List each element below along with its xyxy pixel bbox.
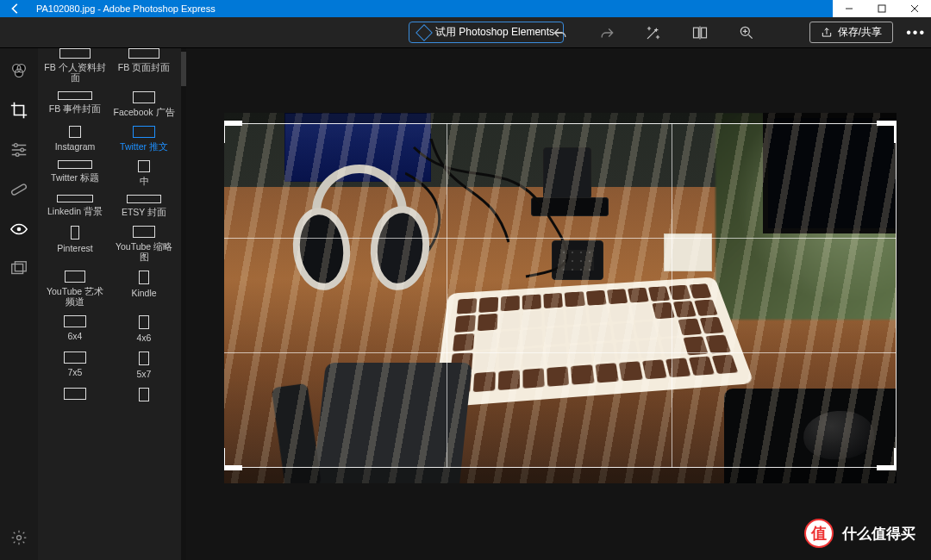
- preset-label: FB 页面封面: [118, 62, 170, 72]
- crop-preset-18[interactable]: [43, 388, 107, 405]
- preset-shape-icon: [64, 352, 86, 364]
- looks-tool[interactable]: [9, 60, 29, 81]
- minimize-button[interactable]: [833, 0, 865, 17]
- undo-icon: [552, 24, 569, 41]
- crop-preset-9[interactable]: ETSY 封面: [112, 195, 176, 217]
- zoom-button[interactable]: [738, 24, 755, 41]
- tool-rail: [0, 48, 38, 560]
- back-button[interactable]: [0, 0, 31, 17]
- preset-label: 4x6: [137, 333, 152, 343]
- window-filename: PA102080.jpg: [36, 3, 95, 14]
- preset-shape-icon: [139, 352, 149, 365]
- crop-preset-0[interactable]: FB 个人资料封面: [43, 48, 107, 83]
- preset-label: Pinterest: [57, 243, 92, 253]
- crop-preset-4[interactable]: Instagram: [43, 126, 107, 152]
- adjust-tool[interactable]: [9, 140, 29, 160]
- crop-preset-17[interactable]: 5x7: [112, 352, 176, 379]
- crop-overlay[interactable]: [224, 123, 897, 468]
- undo-button[interactable]: [552, 24, 569, 41]
- crop-preset-16[interactable]: 7x5: [43, 352, 107, 379]
- crop-preset-6[interactable]: Twitter 标题: [43, 160, 107, 186]
- crop-preset-1[interactable]: FB 页面封面: [112, 48, 176, 83]
- crop-preset-13[interactable]: Kindle: [112, 271, 176, 307]
- crop-preset-19[interactable]: [112, 388, 176, 405]
- preset-label: Twitter 标题: [51, 172, 99, 183]
- preset-shape-icon: [58, 91, 92, 100]
- try-elements-button[interactable]: 试用 Photoshop Elements: [409, 22, 564, 43]
- crop-handle-bl[interactable]: [224, 448, 242, 470]
- preset-shape-icon: [128, 48, 159, 59]
- eye-icon: [9, 220, 28, 239]
- preset-shape-icon: [139, 271, 149, 284]
- preset-label: Linkedin 背景: [47, 206, 103, 216]
- image-preview[interactable]: [224, 113, 897, 483]
- crop-handle-tr[interactable]: [877, 121, 897, 143]
- crop-preset-12[interactable]: YouTube 艺术频道: [43, 271, 107, 307]
- frames-icon: [9, 259, 28, 278]
- preset-shape-icon: [133, 226, 155, 238]
- preset-shape-icon: [59, 48, 91, 59]
- crop-handle-br[interactable]: [877, 448, 897, 470]
- back-arrow-icon: [9, 3, 22, 15]
- crop-preset-5[interactable]: Twitter 推文: [112, 126, 176, 152]
- maximize-button[interactable]: [865, 0, 898, 17]
- crop-preset-8[interactable]: Linkedin 背景: [43, 195, 107, 217]
- preset-label: Facebook 广告: [113, 107, 174, 117]
- more-button[interactable]: •••: [906, 25, 926, 40]
- preset-label: ETSY 封面: [122, 207, 166, 217]
- crop-preset-3[interactable]: Facebook 广告: [112, 91, 176, 117]
- window-app: Adobe Photoshop Express: [103, 3, 215, 14]
- svg-point-11: [21, 148, 24, 152]
- crop-tool[interactable]: [9, 100, 29, 121]
- sliders-icon: [9, 140, 28, 159]
- preset-shape-icon: [138, 160, 150, 172]
- preset-shape-icon: [69, 126, 81, 138]
- crop-preset-2[interactable]: FB 事件封面: [43, 91, 107, 117]
- auto-enhance-button[interactable]: [645, 24, 662, 41]
- save-share-label: 保存/共享: [838, 25, 882, 40]
- settings-button[interactable]: [9, 527, 29, 548]
- zoom-icon: [738, 24, 755, 41]
- preset-shape-icon: [139, 388, 149, 401]
- magic-wand-icon: [645, 24, 662, 41]
- redo-button[interactable]: [598, 24, 615, 41]
- watermark-badge: 值: [804, 519, 834, 548]
- top-toolbar: 试用 Photoshop Elements 保存/共享 •••: [0, 17, 931, 48]
- heal-tool[interactable]: [9, 179, 29, 200]
- more-icon: •••: [906, 25, 926, 40]
- watermark: 值 什么值得买: [804, 519, 915, 548]
- try-elements-label: 试用 Photoshop Elements: [435, 25, 554, 40]
- save-share-button[interactable]: 保存/共享: [809, 22, 893, 43]
- crop-preset-10[interactable]: Pinterest: [43, 226, 107, 262]
- preset-shape-icon: [58, 160, 92, 169]
- svg-rect-0: [878, 5, 885, 12]
- compare-button[interactable]: [691, 24, 709, 41]
- preset-shape-icon: [64, 315, 86, 327]
- close-button[interactable]: [898, 0, 931, 17]
- preset-label: 中: [140, 176, 149, 186]
- crop-handle-tl[interactable]: [224, 121, 242, 143]
- crop-preset-7[interactable]: 中: [112, 160, 176, 186]
- svg-rect-1: [694, 28, 699, 38]
- preset-label: Twitter 推文: [120, 141, 168, 152]
- crop-preset-panel: FB 个人资料封面FB 页面封面FB 事件封面Facebook 广告Instag…: [38, 48, 186, 560]
- svg-rect-15: [12, 264, 23, 274]
- crop-preset-14[interactable]: 6x4: [43, 315, 107, 343]
- gear-icon: [10, 529, 28, 546]
- crop-preset-11[interactable]: YouTube 缩略图: [112, 226, 176, 262]
- elements-logo-icon: [416, 24, 433, 41]
- preset-label: 6x4: [68, 331, 83, 341]
- preset-shape-icon: [127, 195, 161, 203]
- redeye-tool[interactable]: [9, 219, 29, 240]
- border-tool[interactable]: [9, 258, 29, 279]
- svg-rect-13: [11, 184, 28, 196]
- svg-point-17: [17, 536, 22, 540]
- preset-shape-icon: [133, 91, 155, 103]
- svg-point-12: [16, 153, 19, 157]
- compare-icon: [691, 24, 709, 41]
- svg-rect-16: [15, 262, 26, 271]
- watermark-text: 什么值得买: [842, 524, 915, 544]
- preset-shape-icon: [71, 226, 79, 240]
- crop-icon: [9, 101, 28, 120]
- crop-preset-15[interactable]: 4x6: [112, 315, 176, 343]
